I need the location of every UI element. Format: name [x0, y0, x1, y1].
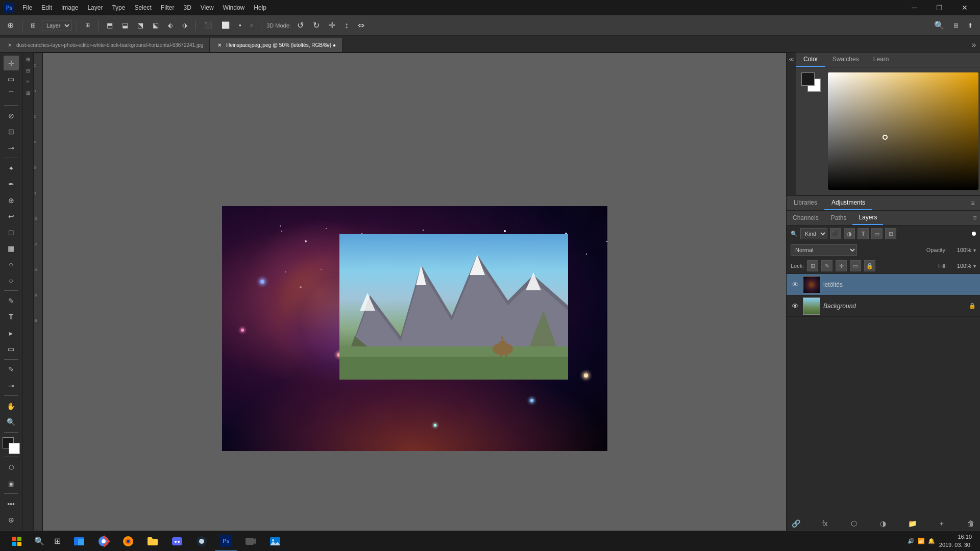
auto-select-btn[interactable]: ⊞: [28, 19, 39, 32]
eyedrop-tool2[interactable]: ⊸: [4, 378, 19, 393]
opacity-value[interactable]: 100%: [949, 247, 971, 253]
minimize-button[interactable]: ─: [903, 0, 926, 15]
align-bottom-btn[interactable]: ⬔: [134, 19, 146, 32]
qt-btn3[interactable]: ≡: [23, 77, 33, 86]
blur-tool[interactable]: ○: [4, 257, 19, 271]
search-btn[interactable]: 🔍: [931, 19, 947, 32]
clone-tool[interactable]: ⊕: [4, 193, 19, 208]
align-hcenter-btn[interactable]: ⬖: [165, 19, 176, 32]
foreground-swatch[interactable]: [801, 72, 815, 86]
link-layers-btn[interactable]: 🔗: [791, 518, 801, 529]
slide-3d-btn[interactable]: ↕: [341, 19, 352, 32]
gradient-tool[interactable]: ▦: [4, 241, 19, 256]
roll-3d-btn[interactable]: ↻: [310, 19, 323, 32]
menu-3d[interactable]: 3D: [179, 2, 195, 13]
add-group-btn[interactable]: 📁: [908, 518, 918, 529]
menu-layer[interactable]: Layer: [83, 2, 107, 13]
crop-tool[interactable]: ⊡: [4, 124, 19, 139]
filter-type-select[interactable]: Kind: [800, 228, 827, 239]
lock-position-btn[interactable]: ✛: [836, 260, 847, 271]
tab-close-dust[interactable]: ✕: [6, 42, 13, 49]
close-button[interactable]: ✕: [953, 0, 976, 15]
scale-3d-btn[interactable]: ⇔: [355, 19, 368, 32]
tab-paths[interactable]: Paths: [825, 211, 853, 224]
lasso-tool[interactable]: ⌒: [4, 88, 19, 103]
layer-select[interactable]: Layer: [42, 20, 71, 31]
align-left-btn[interactable]: ⬕: [150, 19, 162, 32]
taskview-btn[interactable]: ⊞: [49, 531, 66, 552]
hand-tool[interactable]: ✋: [4, 398, 19, 413]
notes-tool[interactable]: ✎: [4, 362, 19, 377]
tab-dust[interactable]: ✕ dust-scratches-layer-photo-editor-whit…: [0, 38, 210, 52]
menu-select[interactable]: Select: [130, 2, 155, 13]
menu-filter[interactable]: Filter: [157, 2, 179, 13]
history-brush-tool[interactable]: ↩: [4, 209, 19, 223]
tab-libraries[interactable]: Libraries: [787, 196, 824, 210]
taskbar-video-btn[interactable]: [239, 531, 262, 552]
qt-btn4[interactable]: ⊞: [23, 88, 33, 97]
lock-transparent-btn[interactable]: ⊞: [807, 260, 818, 271]
taskbar-search-btn[interactable]: 🔍: [32, 534, 47, 549]
eraser-tool[interactable]: ◻: [4, 225, 19, 240]
tab-layers[interactable]: Layers: [852, 211, 883, 225]
filter-text-btn[interactable]: T: [857, 228, 869, 239]
align-top-btn[interactable]: ⬒: [104, 19, 116, 32]
panel-collapse-btn[interactable]: ≪: [787, 55, 796, 64]
tab-adjustments[interactable]: Adjustments: [824, 196, 872, 210]
move-tool[interactable]: ✛: [4, 56, 19, 70]
distribute-vcenter-btn[interactable]: ⬜: [218, 19, 233, 32]
taskbar-discord-btn[interactable]: [166, 531, 188, 552]
tray-network-icon[interactable]: 🔊: [908, 538, 915, 544]
eyedropper-tool[interactable]: ⊸: [4, 140, 19, 155]
spot-heal-tool[interactable]: ✦: [4, 161, 19, 176]
share-btn[interactable]: ⬆: [965, 19, 976, 32]
menu-edit[interactable]: Edit: [37, 2, 56, 13]
taskbar-chrome-btn[interactable]: [92, 531, 115, 552]
align-right-btn[interactable]: ⬗: [179, 19, 190, 32]
menu-help[interactable]: Help: [250, 2, 271, 13]
blend-mode-select[interactable]: Normal: [791, 244, 857, 256]
tray-battery-icon[interactable]: 🔔: [928, 538, 935, 544]
move-tool-btn[interactable]: ⊕: [4, 19, 17, 32]
filter-smart-btn[interactable]: ⊞: [885, 228, 896, 239]
opacity-arrow[interactable]: ▾: [973, 247, 976, 253]
add-adjustment-btn[interactable]: ◑: [878, 518, 888, 529]
system-clock[interactable]: 16:10 2019. 03. 30.: [939, 533, 972, 549]
brush-tool[interactable]: ✒: [4, 177, 19, 192]
lock-artboard-btn[interactable]: ▭: [850, 260, 861, 271]
workspace-btn[interactable]: ⊞: [950, 19, 962, 32]
align-vcenter-btn[interactable]: ⬓: [119, 19, 131, 32]
menu-window[interactable]: Window: [219, 2, 249, 13]
fill-value[interactable]: 100%: [949, 263, 971, 269]
menu-type[interactable]: Type: [108, 2, 129, 13]
dodge-tool[interactable]: ○: [4, 273, 19, 288]
tab-channels[interactable]: Channels: [787, 211, 825, 224]
color-tab-color[interactable]: Color: [796, 53, 825, 67]
canvas-viewport[interactable]: [43, 53, 786, 531]
adjustments-menu[interactable]: ≡: [969, 199, 977, 207]
lock-image-btn[interactable]: ✎: [821, 260, 832, 271]
qt-btn2[interactable]: ⊟: [23, 66, 33, 75]
taskbar-explorer-btn[interactable]: [68, 531, 90, 552]
screen-mode-btn[interactable]: ▣: [4, 476, 19, 491]
taskbar-ps-btn[interactable]: Ps: [215, 531, 237, 552]
color-tab-learn[interactable]: Learn: [866, 53, 896, 67]
drag-3d-btn[interactable]: ✛: [326, 19, 338, 32]
layer-item-background[interactable]: 👁 Background 🔒: [787, 295, 980, 317]
pen-tool[interactable]: ✎: [4, 293, 19, 308]
layer-visibility-btn[interactable]: 👁: [791, 280, 800, 289]
background-color[interactable]: [9, 443, 20, 454]
add-layer-btn[interactable]: +: [937, 518, 947, 529]
distribute-left-btn[interactable]: ▫: [248, 19, 256, 32]
filter-shape-btn[interactable]: ▭: [871, 228, 883, 239]
path-select-tool[interactable]: ▸: [4, 325, 19, 340]
distribute-bottom-btn[interactable]: ▪: [236, 19, 244, 32]
add-mask-btn[interactable]: ⬡: [849, 518, 859, 529]
selection-tool[interactable]: ▭: [4, 71, 19, 86]
zoom-tool[interactable]: 🔍: [4, 415, 19, 430]
layers-panel-menu-btn[interactable]: ≡: [970, 211, 980, 224]
tab-lifespace[interactable]: ✕ lifeinspacejpeg.jpeg @ 50% (letöltés, …: [210, 38, 342, 52]
text-tool[interactable]: T: [4, 310, 19, 324]
taskbar-steam-btn[interactable]: [190, 531, 213, 552]
fill-arrow[interactable]: ▾: [973, 263, 976, 269]
